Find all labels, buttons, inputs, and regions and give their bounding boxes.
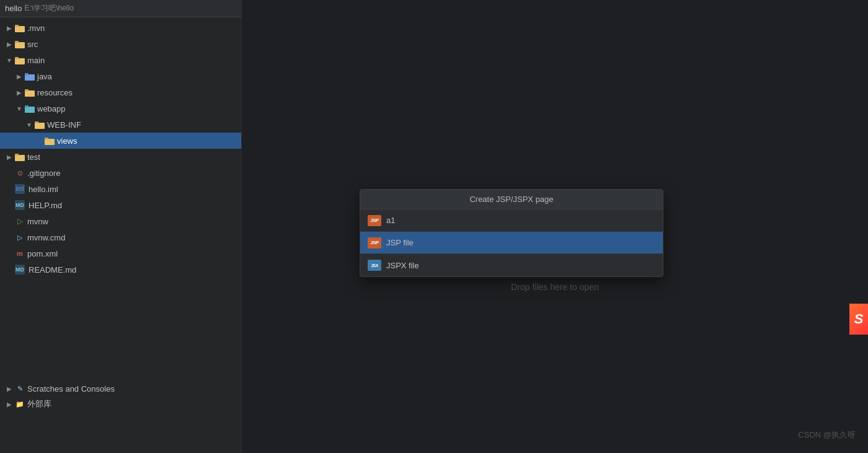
item-label-readmemd: README.md	[29, 265, 76, 275]
arrow-views	[35, 136, 43, 145]
external-icon: 📁	[15, 399, 25, 409]
popup-menu: Create JSP/JSPX page JSP a1 JSP JSP file…	[360, 189, 663, 277]
arrow-webinf	[25, 120, 33, 129]
drop-hint: Drop files here to open	[511, 282, 599, 292]
external-label: 外部库	[27, 398, 51, 410]
folder-icon-java	[25, 71, 35, 81]
tree-item-views[interactable]: views	[0, 133, 241, 149]
tree-item-helloiml[interactable]: iml hello.iml	[0, 181, 241, 197]
item-label-helloiml: hello.iml	[29, 185, 58, 194]
file-tree: .mvn src main java	[0, 17, 241, 280]
item-label-test: test	[27, 152, 40, 162]
arrow-scratches	[5, 384, 14, 393]
svg-rect-8	[25, 73, 29, 75]
item-label-java: java	[37, 72, 52, 81]
tree-item-java[interactable]: java	[0, 68, 241, 84]
popup-header: Create JSP/JSPX page	[360, 190, 663, 209]
s-logo: S	[849, 304, 868, 335]
svg-rect-17	[15, 155, 25, 161]
popup-label-jspxfile: JSPX file	[386, 261, 419, 270]
tree-item-mvn[interactable]: .mvn	[0, 20, 241, 36]
tree-item-webapp[interactable]: webapp	[0, 100, 241, 117]
file-icon-mvnwcmd: ▷	[15, 232, 25, 242]
file-icon-helpmd: MD	[15, 200, 25, 210]
external-lib-item[interactable]: 📁 外部库	[0, 395, 242, 413]
arrow-external	[5, 400, 14, 408]
item-label-webapp: webapp	[37, 104, 66, 113]
item-label-pomxml: pom.xml	[27, 249, 58, 258]
arrow-test	[5, 152, 14, 161]
tree-item-src[interactable]: src	[0, 36, 241, 52]
arrow-gitignore	[5, 169, 14, 177]
scratches-item[interactable]: ✎ Scratches and Consoles	[0, 380, 242, 397]
arrow-webapp	[15, 104, 24, 113]
folder-icon-resources	[25, 87, 35, 97]
item-label-gitignore: .gitignore	[27, 169, 60, 178]
item-label-src: src	[27, 40, 38, 49]
tree-item-resources[interactable]: resources	[0, 84, 241, 100]
popup-item-jspxfile[interactable]: JSX JSPX file	[360, 254, 663, 276]
item-label-helpmd: HELP.md	[29, 201, 62, 210]
popup-label-jspfile: JSP file	[386, 238, 414, 247]
sidebar-header: hello E:\学习吧\hello	[0, 0, 241, 17]
watermark: CSDN @执久呀	[798, 429, 856, 441]
item-label-views: views	[57, 136, 78, 146]
item-label-mvnwcmd: mvnw.cmd	[27, 233, 65, 242]
arrow-mvnwcmd	[5, 233, 14, 242]
file-icon-readmemd: MD	[15, 265, 25, 275]
svg-rect-6	[15, 57, 19, 59]
tree-item-mvnw[interactable]: ▷ mvnw	[0, 213, 241, 229]
popup-item-jspfile[interactable]: JSP JSP file	[360, 232, 663, 254]
item-label-main: main	[27, 56, 45, 65]
arrow-mvn	[5, 24, 14, 32]
tree-item-mvnwcmd[interactable]: ▷ mvnw.cmd	[0, 229, 241, 245]
file-icon-pomxml: m	[15, 248, 25, 258]
svg-rect-13	[35, 123, 45, 129]
arrow-main	[5, 56, 14, 64]
svg-rect-14	[35, 121, 38, 123]
folder-icon-webinf	[35, 120, 45, 130]
arrow-java	[15, 72, 24, 81]
folder-icon-test	[15, 152, 25, 162]
folder-icon-main	[15, 55, 25, 65]
item-label-mvnw: mvnw	[27, 217, 48, 226]
folder-icon-src	[15, 39, 25, 49]
tree-item-readmemd[interactable]: MD README.md	[0, 262, 241, 278]
folder-icon-mvn	[15, 23, 25, 33]
project-path: E:\学习吧\hello	[24, 3, 73, 14]
tree-item-webinf[interactable]: WEB-INF	[0, 117, 241, 133]
popup-item-a1[interactable]: JSP a1	[360, 209, 663, 232]
jsp-badge-jspfile: JSP	[368, 237, 381, 248]
jsx-badge-jspxfile: JSX	[368, 260, 381, 271]
jsp-badge-a1: JSP	[368, 215, 381, 226]
arrow-helpmd	[5, 201, 14, 209]
project-title: hello	[5, 4, 22, 13]
tree-item-main[interactable]: main	[0, 52, 241, 68]
file-icon-mvnw: ▷	[15, 216, 25, 226]
svg-rect-10	[25, 89, 29, 91]
svg-rect-18	[15, 154, 19, 156]
file-icon-gitignore: ⊙	[15, 168, 25, 178]
tree-item-gitignore[interactable]: ⊙ .gitignore	[0, 165, 241, 181]
svg-rect-9	[25, 90, 35, 97]
scratches-label: Scratches and Consoles	[27, 384, 115, 394]
svg-rect-7	[25, 74, 35, 81]
tree-item-pomxml[interactable]: m pom.xml	[0, 245, 241, 262]
item-label-webinf: WEB-INF	[47, 120, 81, 130]
svg-rect-5	[15, 58, 25, 64]
svg-rect-15	[45, 139, 55, 145]
tree-item-helpmd[interactable]: MD HELP.md	[0, 197, 241, 213]
folder-icon-views	[45, 136, 55, 146]
svg-rect-11	[25, 107, 35, 113]
popup-label-a1: a1	[386, 216, 395, 225]
file-icon-helloiml: iml	[15, 184, 25, 194]
svg-rect-12	[25, 105, 29, 107]
arrow-pomxml	[5, 249, 14, 258]
arrow-mvnw	[5, 217, 14, 226]
arrow-src	[5, 40, 14, 48]
svg-rect-4	[15, 41, 19, 43]
scratches-icon: ✎	[15, 384, 25, 394]
svg-rect-16	[45, 138, 48, 139]
svg-rect-3	[15, 42, 25, 48]
tree-item-test[interactable]: test	[0, 149, 241, 165]
